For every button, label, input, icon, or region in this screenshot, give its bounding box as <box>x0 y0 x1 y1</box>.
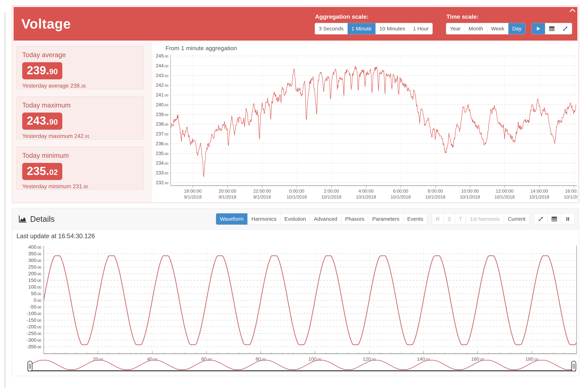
details-header: Details WaveformHarmonicsEvolutionAdvanc… <box>12 208 579 230</box>
details-title-wrap: Details <box>19 214 55 224</box>
header-icon-group <box>531 23 572 34</box>
expand-icon[interactable] <box>559 23 572 34</box>
svg-text:-100.00: -100.00 <box>27 311 41 316</box>
tab-parameters[interactable]: Parameters <box>368 214 403 224</box>
svg-text:237.00: 237.00 <box>156 131 168 136</box>
table-icon[interactable] <box>545 23 559 34</box>
tab-advanced[interactable]: Advanced <box>310 214 341 224</box>
svg-text:9/1/2018: 9/1/2018 <box>253 194 271 200</box>
svg-text:242.00: 242.00 <box>156 82 168 88</box>
svg-text:-200.00: -200.00 <box>27 324 41 330</box>
area-chart-icon <box>19 215 27 223</box>
aggregation-1-hour[interactable]: 1 Hour <box>409 23 432 34</box>
voltage-line-chart[interactable]: 245.00244.00243.00242.00241.00240.00239.… <box>152 53 578 202</box>
voltage-header: Voltage Aggregation scale: 3 Seconds1 Mi… <box>14 7 577 40</box>
navigator-right-handle[interactable] <box>571 361 576 371</box>
svg-text:241.00: 241.00 <box>156 92 168 98</box>
svg-text:150.00: 150.00 <box>28 278 41 283</box>
phase-s[interactable]: S <box>444 214 455 224</box>
svg-text:10/1/2018: 10/1/2018 <box>356 194 376 200</box>
play-icon[interactable] <box>532 23 545 34</box>
aggregation-1-minute[interactable]: 1 Minute <box>348 23 376 34</box>
tab-events[interactable]: Events <box>403 214 427 224</box>
svg-text:-150.00: -150.00 <box>27 317 41 323</box>
waveform-y-axis-labels: 400.00350.00300.00250.00200.00150.00100.… <box>27 244 41 349</box>
svg-text:9/1/2018: 9/1/2018 <box>184 194 202 200</box>
navigator-wave <box>30 360 573 370</box>
svg-text:0.00: 0.00 <box>34 298 41 303</box>
tab-waveform[interactable]: Waveform <box>216 214 248 224</box>
details-icon-buttons <box>534 213 574 225</box>
main-chart-axes <box>171 55 577 188</box>
svg-text:6:00:00: 6:00:00 <box>393 188 408 194</box>
svg-text:400.00: 400.00 <box>28 244 41 250</box>
timescale-day[interactable]: Day <box>508 23 525 34</box>
svg-text:200.00: 200.00 <box>28 271 41 276</box>
details-panel: Details WaveformHarmonicsEvolutionAdvanc… <box>12 208 579 376</box>
details-table-icon[interactable] <box>548 214 561 224</box>
navigator-track[interactable] <box>28 370 576 372</box>
details-tab-group: WaveformHarmonicsEvolutionAdvancedPhasor… <box>216 213 427 225</box>
voltage-series-line <box>171 66 576 177</box>
time-scale-label: Time scale: <box>446 13 525 20</box>
time-scale-group: Time scale: YearMonthWeekDay <box>446 13 525 34</box>
aggregation-3-seconds[interactable]: 3 Seconds <box>315 23 348 34</box>
svg-text:-300.00: -300.00 <box>27 337 41 343</box>
phase-t[interactable]: T <box>455 214 466 224</box>
svg-text:60.00: 60.00 <box>201 356 212 362</box>
stat-yesterday-today-average: Yesterday average 238.38 <box>22 82 138 89</box>
svg-text:300.00: 300.00 <box>28 258 41 263</box>
header-icon-buttons <box>531 23 572 34</box>
stats-column: Today average239.90Yesterday average 238… <box>14 44 146 197</box>
phase-r[interactable]: R <box>432 214 444 224</box>
timescale-year[interactable]: Year <box>446 23 465 34</box>
svg-text:8:00:00: 8:00:00 <box>428 188 443 194</box>
tab-harmonics[interactable]: Harmonics <box>247 214 280 224</box>
details-expand-icon[interactable] <box>534 214 548 224</box>
svg-text:100.00: 100.00 <box>28 284 41 290</box>
waveform-chart[interactable]: 400.00350.00300.00250.00200.00150.00100.… <box>14 242 579 376</box>
waveform-navigator[interactable] <box>28 360 576 372</box>
aggregation-scale-group: Aggregation scale: 3 Seconds1 Minute10 M… <box>315 13 433 34</box>
details-pause-icon[interactable] <box>561 214 574 224</box>
svg-text:20:00:00: 20:00:00 <box>218 188 236 194</box>
tab-evolution[interactable]: Evolution <box>280 214 310 224</box>
collapse-chevron-icon[interactable] <box>569 8 576 13</box>
stat-card-today-minimum: Today minimum235.02Yesterday minimum 231… <box>17 147 144 190</box>
stat-value-badge-today-maximum: 243.90 <box>22 112 62 130</box>
svg-text:232.00: 232.00 <box>156 180 168 185</box>
aggregation-10-minutes[interactable]: 10 Minutes <box>376 23 409 34</box>
details-body: Last update at 16:54:30.126 400.00350.00… <box>12 230 579 376</box>
timescale-week[interactable]: Week <box>487 23 508 34</box>
tab-phasors[interactable]: Phasors <box>341 214 368 224</box>
left-scrollbar[interactable] <box>4 12 6 388</box>
details-tabs-wrap: WaveformHarmonicsEvolutionAdvancedPhasor… <box>216 213 574 225</box>
aggregation-scale-buttons: 3 Seconds1 Minute10 Minutes1 Hour <box>315 23 433 34</box>
svg-text:10/1/2018: 10/1/2018 <box>460 194 480 200</box>
voltage-dashboard: Voltage Aggregation scale: 3 Seconds1 Mi… <box>0 0 584 392</box>
stat-yesterday-today-minimum: Yesterday minimum 231.85 <box>22 183 138 190</box>
navigator-wave-core <box>30 360 573 370</box>
stat-title-today-minimum: Today minimum <box>22 152 138 160</box>
svg-text:10/1/2018: 10/1/2018 <box>321 194 342 200</box>
stat-card-today-maximum: Today maximum243.90Yesterday maximum 242… <box>17 96 144 140</box>
navigator-left-handle[interactable] <box>28 361 32 371</box>
main-chart-area: From 1 minute aggregation 245.00244.0024… <box>152 42 578 202</box>
svg-text:16:00:00: 16:00:00 <box>565 188 578 194</box>
voltage-panel: Voltage Aggregation scale: 3 Seconds1 Mi… <box>12 5 579 203</box>
svg-text:18:00:00: 18:00:00 <box>184 188 202 194</box>
svg-text:240.00: 240.00 <box>156 102 168 107</box>
phase-1st-harmonic[interactable]: 1st harmonic <box>466 214 504 224</box>
svg-text:244.00: 244.00 <box>156 63 168 68</box>
svg-text:233.00: 233.00 <box>156 170 168 176</box>
page-title: Voltage <box>21 16 71 32</box>
svg-text:250.00: 250.00 <box>28 264 41 270</box>
svg-text:236.00: 236.00 <box>156 141 168 146</box>
stat-yesterday-today-maximum: Yesterday maximum 242.91 <box>22 133 138 139</box>
svg-text:238.00: 238.00 <box>156 122 168 127</box>
phase-current[interactable]: Current <box>504 214 529 224</box>
stat-card-today-average: Today average239.90Yesterday average 238… <box>17 46 144 89</box>
timescale-month[interactable]: Month <box>465 23 487 34</box>
svg-text:50.00: 50.00 <box>31 291 41 296</box>
svg-text:234.00: 234.00 <box>156 160 168 166</box>
